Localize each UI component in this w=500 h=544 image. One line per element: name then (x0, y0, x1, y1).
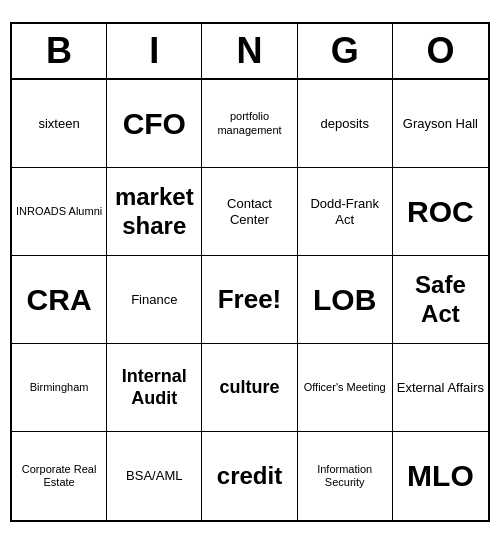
bingo-cell-17: culture (202, 344, 297, 432)
cell-text-12: Free! (218, 284, 282, 315)
cell-text-21: BSA/AML (126, 468, 182, 484)
cell-text-2: portfolio management (206, 110, 292, 136)
bingo-card: BINGO sixteenCFOportfolio managementdepo… (10, 22, 490, 522)
cell-text-14: Safe Act (397, 271, 484, 329)
bingo-cell-23: Information Security (298, 432, 393, 520)
bingo-cell-0: sixteen (12, 80, 107, 168)
cell-text-0: sixteen (38, 116, 79, 132)
bingo-cell-24: MLO (393, 432, 488, 520)
bingo-header: BINGO (12, 24, 488, 80)
bingo-cell-7: Contact Center (202, 168, 297, 256)
bingo-cell-3: deposits (298, 80, 393, 168)
bingo-cell-15: Birmingham (12, 344, 107, 432)
bingo-cell-22: credit (202, 432, 297, 520)
cell-text-24: MLO (407, 458, 474, 494)
cell-text-19: External Affairs (397, 380, 484, 396)
bingo-cell-13: LOB (298, 256, 393, 344)
cell-text-10: CRA (27, 282, 92, 318)
bingo-cell-10: CRA (12, 256, 107, 344)
cell-text-17: culture (219, 377, 279, 399)
bingo-cell-12: Free! (202, 256, 297, 344)
cell-text-4: Grayson Hall (403, 116, 478, 132)
cell-text-9: ROC (407, 194, 474, 230)
bingo-cell-20: Corporate Real Estate (12, 432, 107, 520)
cell-text-22: credit (217, 462, 282, 491)
bingo-cell-2: portfolio management (202, 80, 297, 168)
bingo-cell-11: Finance (107, 256, 202, 344)
cell-text-23: Information Security (302, 463, 388, 489)
bingo-cell-21: BSA/AML (107, 432, 202, 520)
cell-text-18: Officer's Meeting (304, 381, 386, 394)
cell-text-20: Corporate Real Estate (16, 463, 102, 489)
header-letter-O: O (393, 24, 488, 78)
bingo-cell-9: ROC (393, 168, 488, 256)
header-letter-G: G (298, 24, 393, 78)
cell-text-13: LOB (313, 282, 376, 318)
cell-text-15: Birmingham (30, 381, 89, 394)
bingo-cell-16: Internal Audit (107, 344, 202, 432)
cell-text-5: INROADS Alumni (16, 205, 102, 218)
cell-text-6: market share (111, 183, 197, 241)
header-letter-B: B (12, 24, 107, 78)
cell-text-16: Internal Audit (111, 366, 197, 409)
bingo-cell-1: CFO (107, 80, 202, 168)
cell-text-1: CFO (123, 106, 186, 142)
bingo-cell-6: market share (107, 168, 202, 256)
bingo-cell-5: INROADS Alumni (12, 168, 107, 256)
header-letter-I: I (107, 24, 202, 78)
cell-text-7: Contact Center (206, 196, 292, 227)
bingo-cell-18: Officer's Meeting (298, 344, 393, 432)
bingo-cell-8: Dodd-Frank Act (298, 168, 393, 256)
header-letter-N: N (202, 24, 297, 78)
cell-text-3: deposits (320, 116, 368, 132)
bingo-grid: sixteenCFOportfolio managementdepositsGr… (12, 80, 488, 520)
bingo-cell-4: Grayson Hall (393, 80, 488, 168)
cell-text-11: Finance (131, 292, 177, 308)
cell-text-8: Dodd-Frank Act (302, 196, 388, 227)
bingo-cell-14: Safe Act (393, 256, 488, 344)
bingo-cell-19: External Affairs (393, 344, 488, 432)
